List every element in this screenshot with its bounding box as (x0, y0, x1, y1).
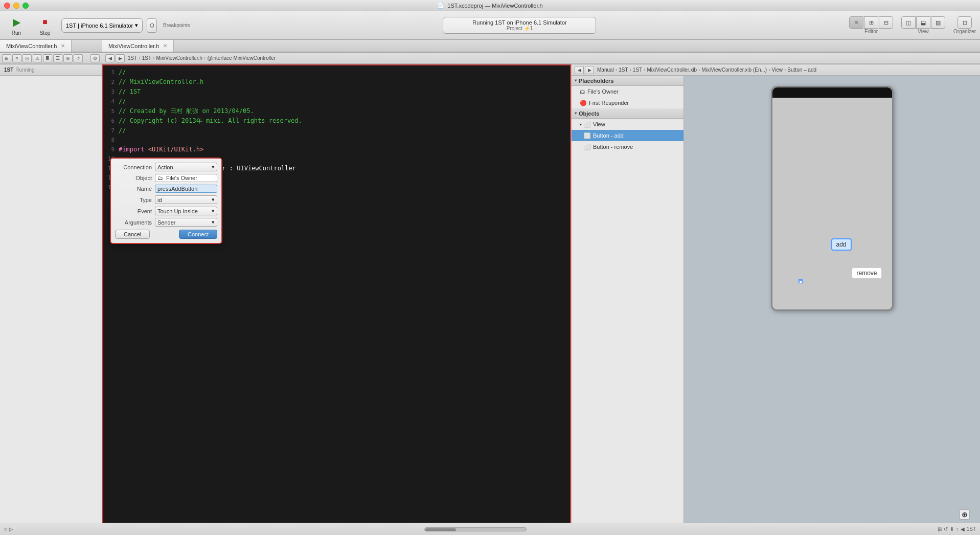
editor-label: Editor (864, 29, 878, 34)
breadcrumb-item-0[interactable]: 1ST (128, 55, 137, 61)
type-chevron-icon: ▾ (212, 196, 215, 203)
bottom-icon-2[interactable]: ▷ (9, 526, 13, 532)
first-responder-item[interactable]: 🔴 First Responder (572, 97, 683, 108)
xib-bc-xib[interactable]: MixiViewController.xib (647, 67, 697, 73)
breadcrumb-back[interactable]: ◀ (105, 54, 115, 62)
stop-label: Stop (40, 30, 51, 36)
xib-bc-1st-1[interactable]: 1ST (619, 67, 628, 73)
bottom-icon-4[interactable]: ↺ (944, 526, 948, 532)
connect-button[interactable]: Connect (179, 230, 217, 239)
objects-section[interactable]: ▾ Objects (572, 108, 683, 119)
xib-bc-view[interactable]: View (772, 67, 783, 73)
right-tab-item[interactable]: MixiViewController.h ✕ (102, 40, 174, 52)
cancel-button[interactable]: Cancel (115, 230, 150, 239)
button-add-item[interactable]: ⬜ Button - add (572, 130, 683, 141)
xib-bc-1st-2[interactable]: 1ST (633, 67, 642, 73)
navigator-toggle-button[interactable]: ◫ (901, 16, 916, 29)
xib-back-btn[interactable]: ◀ (575, 66, 584, 74)
code-line-2: 2 // MixiViewController.h (103, 77, 570, 87)
placeholders-triangle: ▾ (575, 78, 577, 83)
bottom-icon-5[interactable]: ⬇ (950, 526, 954, 532)
left-tab-close[interactable]: ✕ (61, 43, 65, 49)
iphone-add-button[interactable]: add (831, 238, 852, 251)
stop-button[interactable]: ■ Stop (33, 13, 57, 38)
nav-icon-4[interactable]: ⚠ (33, 54, 42, 62)
xib-bc-xib-en[interactable]: MixiViewController.xib (En...) (702, 67, 767, 73)
bottom-scrollbar[interactable] (15, 527, 936, 531)
utilities-toggle-button[interactable]: ▨ (931, 16, 945, 29)
version-editor-button[interactable]: ⊟ (879, 16, 893, 29)
left-tab-label: MixiViewController.h (6, 43, 57, 49)
breadcrumb-forward[interactable]: ▶ (116, 54, 125, 62)
maximize-button[interactable] (22, 3, 29, 9)
standard-editor-button[interactable]: ≡ (849, 16, 863, 29)
code-line-1: 1 // (103, 68, 570, 77)
nav-settings-icon[interactable]: ⚙ (90, 54, 100, 62)
name-label: Name (115, 186, 152, 192)
organizer-button[interactable]: ⊡ (958, 16, 972, 29)
nav-icon-8[interactable]: ↺ (74, 54, 83, 62)
tab-bars-row: MixiViewController.h ✕ MixiViewControlle… (0, 40, 980, 53)
button-remove-item[interactable]: ⬜ Button - remove (572, 141, 683, 152)
button-add-icon: ⬜ (584, 132, 591, 139)
close-button[interactable] (4, 3, 10, 9)
nav-icon-7[interactable]: ⊗ (63, 54, 73, 62)
nav-icon-6[interactable]: ☰ (53, 54, 62, 62)
button-remove-label: Button - remove (593, 144, 633, 150)
minimize-button[interactable] (13, 3, 19, 9)
bottom-icon-6[interactable]: ↑ (956, 526, 959, 532)
view-triangle: ▾ (580, 122, 582, 127)
nav-icon-2[interactable]: ≡ (12, 54, 21, 62)
type-select[interactable]: id ▾ (155, 195, 217, 204)
arguments-chevron-icon: ▾ (212, 219, 215, 226)
files-owner-item[interactable]: 🗂 File's Owner (572, 86, 683, 97)
event-select[interactable]: Touch Up Inside ▾ (155, 207, 217, 215)
first-responder-label: First Responder (589, 100, 629, 106)
code-editor[interactable]: 1 // 2 // MixiViewController.h 3 // 1ST … (102, 64, 571, 524)
connection-chevron-icon: ▾ (212, 164, 215, 170)
xib-bc-btn-add[interactable]: Button – add (787, 67, 816, 73)
connection-select[interactable]: Action ▾ (155, 163, 217, 171)
bottom-icon-1[interactable]: ≡ (4, 526, 7, 532)
button-remove-icon: ⬜ (584, 144, 591, 150)
arguments-select[interactable]: Sender ▾ (155, 218, 217, 227)
scheme-selector[interactable]: 1ST | iPhone 6.1 Simulator ▾ (61, 18, 143, 33)
status-area: Running 1ST on iPhone 6.1 Simulator Proj… (194, 17, 845, 34)
run-button[interactable]: ▶ Run (4, 13, 29, 38)
breadcrumb-item-3[interactable]: @interface MixiViewController (207, 55, 276, 61)
xib-bc-manual[interactable]: Manual (597, 67, 614, 73)
nav-icon-3[interactable]: ◎ (22, 54, 32, 62)
breadcrumb-item-1[interactable]: 1ST (142, 55, 151, 61)
view-item[interactable]: ▾ ⬜ View (572, 119, 683, 130)
window-controls[interactable] (4, 3, 29, 9)
view-group: ◫ ⬓ ▨ View (901, 16, 945, 34)
breadcrumb-item-2[interactable]: MixiViewController.h (156, 55, 202, 61)
nav-icon-1[interactable]: ⊞ (2, 54, 11, 62)
bottom-icon-3[interactable]: ⊞ (938, 526, 942, 532)
name-input[interactable]: pressAddButton (155, 185, 217, 193)
object-value: 🗂 File's Owner (155, 174, 217, 182)
right-tab-close[interactable]: ✕ (163, 43, 167, 49)
objects-panel: ▾ Placeholders 🗂 File's Owner 🔴 First Re… (572, 76, 684, 524)
zoom-control[interactable]: ⊕ (960, 509, 970, 520)
bottom-icon-7[interactable]: ◀ (961, 526, 965, 532)
object-label: Object (115, 175, 152, 181)
assistant-editor-button[interactable]: ⊞ (864, 16, 878, 29)
nav-icon-5[interactable]: ≣ (43, 54, 52, 62)
iphone-remove-button[interactable]: remove (852, 268, 881, 279)
first-responder-icon: 🔴 (580, 100, 587, 106)
run-icon: ▶ (9, 15, 24, 29)
left-tab-item[interactable]: MixiViewController.h ✕ (0, 40, 72, 52)
file-owner-icon: 🗂 (157, 175, 163, 181)
xib-canvas[interactable]: add remove ⊕ (684, 76, 980, 524)
xib-forward-btn[interactable]: ▶ (585, 66, 594, 74)
breakpoints-button[interactable]: ⬡ (147, 18, 157, 33)
objects-title: Objects (579, 110, 599, 117)
connection-buttons: Cancel Connect (115, 230, 217, 239)
scheme-chevron-icon: ▾ (135, 22, 138, 29)
scrollbar-track[interactable] (424, 527, 527, 531)
placeholders-section[interactable]: ▾ Placeholders (572, 76, 683, 86)
breadcrumb-bar: ◀ ▶ 1ST › 1ST › MixiViewController.h › @… (102, 53, 980, 64)
name-row: Name pressAddButton (115, 185, 217, 193)
debug-toggle-button[interactable]: ⬓ (916, 16, 930, 29)
